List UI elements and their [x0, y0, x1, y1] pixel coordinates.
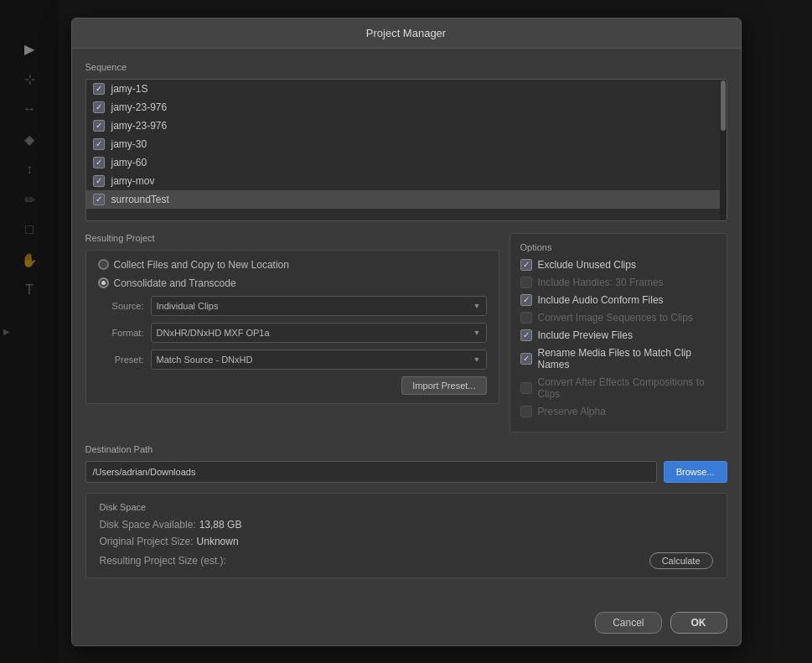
option-checkbox[interactable]	[520, 294, 532, 306]
option-label: Include Preview Files	[538, 329, 633, 341]
option-label: Exclude Unused Clips	[538, 259, 636, 271]
preset-select[interactable]: Match Source - DNxHD ▼	[151, 350, 487, 370]
sequence-item[interactable]: jamy-23-976	[86, 117, 727, 135]
sequence-item[interactable]: jamy-23-976	[86, 98, 727, 117]
source-arrow-icon: ▼	[473, 302, 481, 310]
options-label: Options	[520, 242, 716, 252]
import-preset-container: Import Preset...	[98, 376, 487, 395]
preset-arrow-icon: ▼	[473, 355, 481, 364]
dialog-overlay: Project Manager Sequence jamy-1Sjamy-23-…	[0, 0, 812, 663]
sequence-item[interactable]: jamy-60	[86, 153, 727, 172]
destination-path-section: Destination Path /Users/adrian/Downloads…	[85, 444, 727, 483]
option-label: Convert Image Sequences to Clips	[538, 312, 693, 324]
disk-available-row: Disk Space Available: 13,88 GB	[100, 519, 713, 531]
collect-files-label: Collect Files and Copy to New Location	[114, 259, 289, 271]
path-value: /Users/adrian/Downloads	[93, 467, 196, 477]
options-panel: Options Exclude Unused ClipsInclude Hand…	[509, 233, 727, 433]
option-checkbox[interactable]	[520, 353, 532, 365]
option-checkbox[interactable]	[520, 259, 532, 271]
sequence-item-label: jamy-23-976	[111, 101, 168, 113]
original-size-value: Unknown	[197, 536, 239, 547]
option-checkbox	[520, 382, 532, 394]
destination-path-row: /Users/adrian/Downloads Browse...	[85, 461, 727, 483]
collect-files-row[interactable]: Collect Files and Copy to New Location	[98, 259, 487, 271]
format-row: Format: DNxHR/DNxHD MXF OP1a ▼	[98, 323, 487, 343]
import-preset-button[interactable]: Import Preset...	[401, 376, 486, 395]
format-select[interactable]: DNxHR/DNxHD MXF OP1a ▼	[151, 323, 487, 343]
preset-value: Match Source - DNxHD	[157, 355, 253, 365]
source-select[interactable]: Individual Clips ▼	[151, 296, 487, 316]
option-row[interactable]: Exclude Unused Clips	[520, 259, 716, 271]
source-label: Source:	[98, 301, 144, 311]
resulting-size-row: Resulting Project Size (est.): Calculate	[100, 552, 713, 569]
source-value: Individual Clips	[157, 301, 219, 311]
disk-available-label: Disk Space Available:	[100, 519, 196, 531]
option-label: Include Handles: 30 Frames	[538, 277, 664, 288]
consolidate-row[interactable]: Consolidate and Transcode	[98, 277, 487, 289]
option-row[interactable]: Include Audio Conform Files	[520, 294, 716, 306]
sequence-item-label: jamy-mov	[111, 175, 155, 187]
sequence-item[interactable]: jamy-1S	[86, 80, 727, 98]
sequence-checkbox[interactable]	[93, 175, 105, 187]
sequence-item-label: surroundTest	[111, 194, 169, 205]
sequence-checkbox[interactable]	[93, 101, 105, 113]
sequence-list: jamy-1Sjamy-23-976jamy-23-976jamy-30jamy…	[85, 79, 727, 221]
option-checkbox	[520, 406, 532, 417]
sequence-item-label: jamy-60	[111, 157, 147, 168]
destination-path-label: Destination Path	[85, 444, 727, 454]
option-checkbox	[520, 312, 532, 324]
consolidate-radio[interactable]	[98, 277, 109, 288]
preset-row: Preset: Match Source - DNxHD ▼	[98, 350, 487, 370]
browse-button[interactable]: Browse...	[664, 461, 727, 483]
option-label: Include Audio Conform Files	[538, 294, 664, 306]
cancel-button[interactable]: Cancel	[595, 612, 661, 634]
sequence-item[interactable]: surroundTest	[86, 190, 727, 209]
resulting-project-box: Collect Files and Copy to New Location C…	[85, 250, 499, 404]
option-row: Preserve Alpha	[520, 406, 716, 417]
option-checkbox	[520, 277, 532, 288]
option-label: Preserve Alpha	[538, 406, 606, 417]
project-manager-dialog: Project Manager Sequence jamy-1Sjamy-23-…	[71, 18, 742, 646]
sequence-item-label: jamy-30	[111, 138, 147, 150]
option-row: Include Handles: 30 Frames	[520, 277, 716, 288]
option-checkbox[interactable]	[520, 329, 532, 341]
option-row: Convert After Effects Compositions to Cl…	[520, 376, 716, 400]
disk-space-label: Disk Space	[100, 502, 713, 512]
option-row[interactable]: Include Preview Files	[520, 329, 716, 341]
dialog-footer: Cancel OK	[72, 603, 741, 645]
sequence-item[interactable]: jamy-mov	[86, 172, 727, 190]
collect-files-radio[interactable]	[98, 259, 109, 270]
path-field[interactable]: /Users/adrian/Downloads	[85, 461, 657, 483]
sequence-scrollbar[interactable]	[720, 80, 727, 220]
sequence-item[interactable]: jamy-30	[86, 135, 727, 153]
original-size-row: Original Project Size: Unknown	[100, 536, 713, 547]
option-row[interactable]: Rename Media Files to Match Clip Names	[520, 347, 716, 370]
sequence-checkbox[interactable]	[93, 194, 105, 205]
sequence-checkbox[interactable]	[93, 120, 105, 132]
option-label: Convert After Effects Compositions to Cl…	[538, 376, 716, 400]
original-size-label: Original Project Size:	[100, 536, 194, 547]
format-arrow-icon: ▼	[473, 329, 481, 337]
option-label: Rename Media Files to Match Clip Names	[538, 347, 716, 370]
consolidate-label: Consolidate and Transcode	[114, 277, 236, 289]
sequence-checkbox[interactable]	[93, 138, 105, 150]
source-row: Source: Individual Clips ▼	[98, 296, 487, 316]
disk-space-box: Disk Space Disk Space Available: 13,88 G…	[85, 493, 727, 578]
sequence-checkbox[interactable]	[93, 83, 105, 95]
resulting-size-label: Resulting Project Size (est.):	[100, 555, 226, 567]
format-value: DNxHR/DNxHD MXF OP1a	[157, 328, 270, 338]
format-label: Format:	[98, 328, 144, 338]
dialog-titlebar: Project Manager	[72, 18, 741, 49]
preset-label: Preset:	[98, 355, 144, 365]
sequence-item-label: jamy-23-976	[111, 120, 168, 132]
resulting-project-label: Resulting Project	[85, 233, 499, 243]
sequence-checkbox[interactable]	[93, 157, 105, 168]
disk-available-value: 13,88 GB	[199, 519, 242, 531]
sequence-scroll-thumb[interactable]	[721, 80, 726, 131]
option-row: Convert Image Sequences to Clips	[520, 312, 716, 324]
sequence-item-label: jamy-1S	[111, 83, 148, 95]
dialog-title: Project Manager	[366, 27, 446, 39]
sequence-label: Sequence	[85, 62, 727, 72]
ok-button[interactable]: OK	[670, 612, 727, 634]
calculate-button[interactable]: Calculate	[649, 552, 713, 569]
